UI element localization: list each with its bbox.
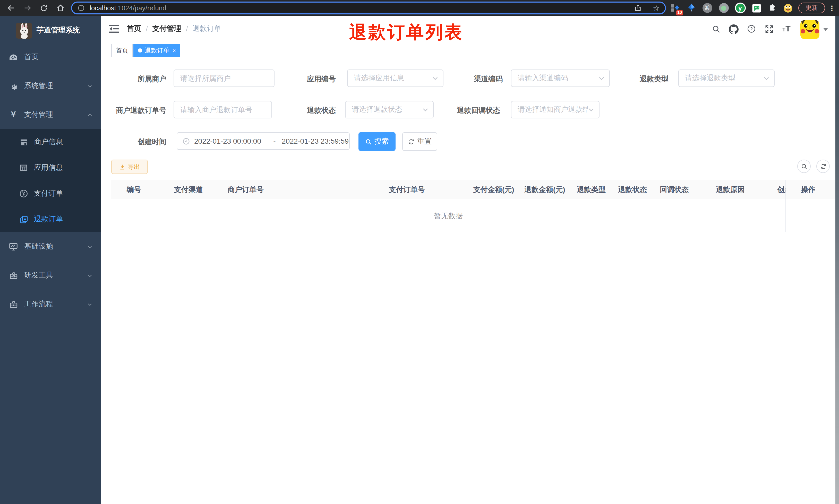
tag-home[interactable]: 首页 bbox=[111, 44, 133, 57]
table-body: 暂无数据 bbox=[111, 199, 835, 233]
chevron-down-icon bbox=[87, 261, 93, 290]
refund-table: 编号 支付渠道 商户订单号 支付订单号 支付金额(元) 退款金额(元) 退款类型… bbox=[111, 180, 835, 233]
date-end-value[interactable]: 2022-01-23 23:59:59 bbox=[282, 137, 349, 145]
breadcrumb-payment[interactable]: 支付管理 bbox=[153, 24, 181, 34]
sidebar-item-system[interactable]: 系统管理 bbox=[0, 72, 101, 101]
search-icon bbox=[365, 138, 372, 145]
cmd-symbol: ⌘ bbox=[704, 5, 710, 11]
help-doc-button[interactable]: ? bbox=[746, 16, 757, 42]
extension-tampermonkey-icon[interactable]: 10 bbox=[668, 2, 681, 14]
sidebar-item-label: 首页 bbox=[24, 43, 39, 72]
merchant-input[interactable] bbox=[174, 74, 274, 83]
browser-home-button[interactable] bbox=[54, 0, 67, 16]
search-button[interactable]: 搜索 bbox=[358, 132, 395, 151]
browser-back-button[interactable] bbox=[4, 0, 18, 16]
sidebar-item-workflow[interactable]: 工作流程 bbox=[0, 290, 101, 319]
export-label: 导出 bbox=[128, 162, 140, 171]
page-title-annotation: 退款订单列表 bbox=[349, 21, 464, 44]
sidebar-item-pay-order[interactable]: 支付订单 bbox=[0, 181, 101, 206]
share-icon[interactable] bbox=[634, 4, 642, 12]
back-arrow-icon bbox=[6, 4, 15, 12]
sidebar-item-label: 研发工具 bbox=[24, 261, 53, 290]
sidebar-item-app-info[interactable]: 应用信息 bbox=[0, 155, 101, 181]
sidebar-item-refund-order[interactable]: 退款订单 bbox=[0, 206, 101, 232]
toggle-search-button[interactable] bbox=[797, 160, 811, 173]
sidebar-item-infrastructure[interactable]: 基础设施 bbox=[0, 232, 101, 261]
browser-toolbar: localhost:1024/pay/refund ☆ 10 ⌘ y bbox=[0, 0, 839, 16]
avatar-dropdown-caret[interactable] bbox=[823, 28, 828, 31]
merchant-refund-no-field[interactable] bbox=[174, 101, 272, 119]
fold-menu-icon bbox=[109, 24, 119, 34]
user-avatar[interactable] bbox=[800, 20, 819, 39]
reset-button[interactable]: 重置 bbox=[402, 132, 437, 151]
clock-icon bbox=[182, 137, 190, 145]
col-pay-amount: 支付金额(元) bbox=[473, 180, 514, 199]
sidebar-item-payment[interactable]: ¥ 支付管理 bbox=[0, 101, 101, 129]
fullscreen-icon bbox=[765, 24, 773, 33]
y-glyph: y bbox=[735, 3, 746, 13]
tag-refund-order[interactable]: 退款订单 × bbox=[133, 44, 180, 57]
sidebar-item-label: 支付订单 bbox=[34, 181, 63, 206]
search-icon bbox=[712, 24, 720, 33]
date-start-value[interactable]: 2022-01-23 00:00:00 bbox=[194, 137, 269, 145]
col-refund-amount: 退款金额(元) bbox=[524, 180, 565, 199]
extensions-puzzle-icon[interactable] bbox=[766, 2, 779, 14]
sidebar-item-dev-tools[interactable]: 研发工具 bbox=[0, 261, 101, 290]
browser-menu-button[interactable]: ⋮ bbox=[826, 0, 837, 16]
monitor-chart-icon bbox=[8, 232, 19, 261]
breadcrumb-home[interactable]: 首页 bbox=[127, 24, 141, 34]
merchant-refund-no-input[interactable] bbox=[174, 106, 271, 114]
github-link[interactable] bbox=[728, 16, 739, 42]
extension-command-icon[interactable]: ⌘ bbox=[701, 2, 713, 14]
filter-label-app-no: 应用编号 bbox=[269, 70, 336, 88]
notify-status-select[interactable]: 请选择通知商户退款结果的回调状态 bbox=[511, 101, 600, 119]
sidebar-item-merchant-info[interactable]: 商户信息 bbox=[0, 129, 101, 155]
filter-label-channel-code: 渠道编码 bbox=[436, 70, 503, 88]
refund-status-select[interactable]: 请选择退款状态 bbox=[345, 101, 434, 119]
extension-recorder-icon[interactable] bbox=[717, 2, 730, 14]
browser-reload-button[interactable] bbox=[37, 0, 51, 16]
create-time-range-picker[interactable]: 2022-01-23 00:00:00 - 2022-01-23 23:59:5… bbox=[177, 132, 350, 150]
browser-profile-avatar[interactable] bbox=[782, 2, 794, 14]
url-host: localhost bbox=[90, 4, 116, 12]
refresh-table-button[interactable] bbox=[816, 160, 830, 173]
fullscreen-button[interactable] bbox=[763, 16, 774, 42]
export-button[interactable]: 导出 bbox=[111, 160, 148, 174]
tag-close-icon[interactable]: × bbox=[173, 48, 176, 53]
reload-icon bbox=[40, 4, 48, 12]
breadcrumb-current: 退款订单 bbox=[193, 24, 221, 34]
extension-badge: 10 bbox=[676, 10, 683, 15]
font-size-button[interactable]: TT bbox=[780, 16, 793, 42]
header-search-button[interactable] bbox=[710, 16, 721, 42]
sidebar: 芋道管理系统 首页 系统管理 ¥ 支付管理 bbox=[0, 16, 101, 504]
chevron-down-icon bbox=[422, 106, 429, 113]
page-scrollbar[interactable] bbox=[835, 16, 839, 504]
extension-chat-icon[interactable] bbox=[750, 2, 763, 14]
sidebar-collapse-button[interactable] bbox=[109, 24, 119, 34]
refund-type-select[interactable]: 请选择退款类型 bbox=[678, 70, 774, 87]
fixed-column-divider bbox=[785, 180, 786, 232]
url-bar[interactable]: localhost:1024/pay/refund ☆ bbox=[71, 2, 666, 14]
extension-y-icon[interactable]: y bbox=[734, 2, 746, 14]
filter-label-refund-status: 退款状态 bbox=[269, 101, 336, 120]
bookmark-star-icon[interactable]: ☆ bbox=[653, 4, 660, 12]
recorder-glyph bbox=[719, 3, 729, 13]
col-create-time: 创建时间 bbox=[777, 180, 785, 199]
sidebar-item-home[interactable]: 首页 bbox=[0, 43, 101, 72]
channel-code-select[interactable]: 请输入渠道编码 bbox=[511, 70, 610, 87]
browser-update-button[interactable]: 更新 bbox=[798, 3, 825, 13]
logo-image bbox=[16, 22, 32, 38]
browser-forward-button[interactable] bbox=[21, 0, 34, 16]
site-info-icon[interactable] bbox=[77, 4, 85, 12]
app-no-select[interactable]: 请选择应用信息 bbox=[347, 70, 444, 87]
extension-kite-icon[interactable] bbox=[685, 2, 697, 14]
coin-yen-icon bbox=[19, 181, 29, 206]
gear-icon bbox=[8, 72, 19, 101]
help-icon: ? bbox=[747, 24, 756, 34]
green-dot bbox=[721, 5, 726, 11]
merchant-select[interactable] bbox=[174, 70, 274, 87]
sidebar-logo[interactable]: 芋道管理系统 bbox=[0, 16, 101, 45]
col-refund-type: 退款类型 bbox=[577, 180, 606, 199]
home-icon bbox=[56, 4, 65, 12]
command-glyph: ⌘ bbox=[702, 3, 712, 13]
